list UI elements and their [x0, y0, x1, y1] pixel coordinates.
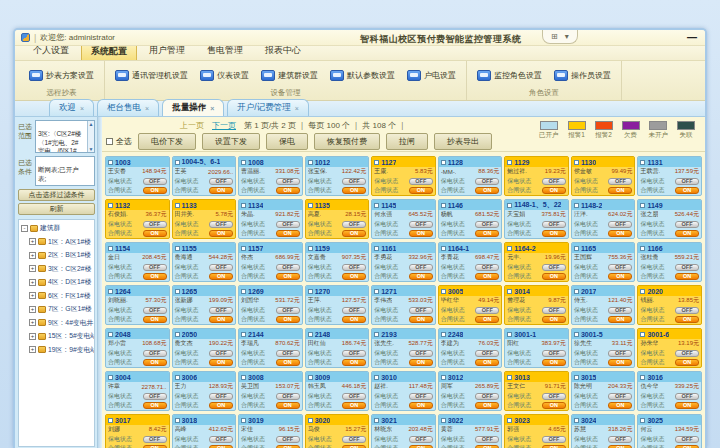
card-checkbox[interactable] [507, 332, 512, 337]
card-checkbox[interactable] [175, 160, 180, 165]
ribbon-button-0-0[interactable]: 抄表方案设置 [23, 67, 100, 84]
card-checkbox[interactable] [241, 160, 246, 165]
card-checkbox[interactable] [308, 289, 313, 294]
card-checkbox[interactable] [108, 289, 113, 294]
meter-card[interactable]: 3013 王文仁 91.71元 保电状态 OFF 合闸状态 ON [504, 371, 569, 411]
expand-icon[interactable]: + [29, 333, 36, 340]
supply-status-toggle[interactable]: OFF [209, 264, 233, 271]
meter-card[interactable]: 3023 郭强 4.65元 保电状态 OFF 合闸状态 ON [504, 414, 569, 448]
card-checkbox[interactable] [441, 160, 446, 165]
supply-status-toggle[interactable]: OFF [276, 264, 300, 271]
breaker-status-toggle[interactable]: ON [608, 230, 632, 237]
meter-card[interactable]: 1128 -MM-. 88.36元 保电状态 OFF 合闸状态 ON [438, 156, 503, 196]
card-checkbox[interactable] [308, 203, 313, 208]
breaker-status-toggle[interactable]: ON [342, 402, 366, 409]
meter-card[interactable]: 1265 张新娜 199.09元 保电状态 OFF 合闸状态 ON [172, 285, 237, 325]
meter-card[interactable]: 3024 苏慧 318.26元 保电状态 OFF 合闸状态 ON [571, 414, 636, 448]
breaker-status-toggle[interactable]: ON [209, 187, 233, 194]
meter-card[interactable]: 3025 何云 134.59元 保电状态 OFF 合闸状态 ON [637, 414, 702, 448]
supply-status-toggle[interactable]: OFF [409, 350, 433, 357]
supply-status-toggle[interactable]: OFF [209, 436, 233, 443]
card-checkbox[interactable] [374, 203, 379, 208]
meter-card[interactable]: 3001-6 孙朱华 13.19元 保电状态 OFF 合闸状态 ON [637, 328, 702, 368]
toolbar-button-4[interactable]: 拉闸 [386, 133, 428, 150]
meter-card[interactable]: 2048 郑小雷 108.68元 保电状态 OFF 合闸状态 ON [105, 328, 170, 368]
breaker-status-toggle[interactable]: ON [675, 359, 699, 366]
scroll-down-icon[interactable]: ▼ [89, 146, 94, 152]
breaker-status-toggle[interactable]: ON [409, 187, 433, 194]
meter-card[interactable]: 1149 张之朋 526.44元 保电状态 OFF 合闸状态 ON [637, 199, 702, 239]
supply-status-toggle[interactable]: OFF [276, 393, 300, 400]
meter-card[interactable]: 1154 金日 208.45元 保电状态 OFF 合闸状态 ON [105, 242, 170, 282]
meter-card[interactable]: 2017 侍玉. 121.40元 保电状态 OFF 合闸状态 ON [571, 285, 636, 325]
supply-status-toggle[interactable]: OFF [209, 221, 233, 228]
ribbon-button-1-2[interactable]: 建筑群设置 [255, 67, 324, 84]
supply-status-toggle[interactable]: OFF [276, 350, 300, 357]
select-all-checkbox[interactable] [106, 138, 113, 145]
ribbon-button-1-1[interactable]: 仪表设置 [194, 67, 255, 84]
card-checkbox[interactable] [374, 246, 379, 251]
expand-icon[interactable]: ⊞ [551, 33, 558, 41]
card-checkbox[interactable] [441, 246, 446, 251]
supply-status-toggle[interactable]: OFF [209, 393, 233, 400]
card-checkbox[interactable] [507, 160, 512, 165]
breaker-status-toggle[interactable]: ON [475, 359, 499, 366]
tab-close-icon[interactable]: × [210, 105, 214, 112]
meter-card[interactable]: 3001-1 阳红 383.97元 保电状态 OFF 合闸状态 ON [504, 328, 569, 368]
tree-item-0[interactable]: + 1区：A区1#楼 [29, 237, 93, 247]
breaker-status-toggle[interactable]: ON [143, 359, 167, 366]
meter-card[interactable]: 3008 吴卫国 153.07元 保电状态 OFF 合闸状态 ON [238, 371, 303, 411]
supply-status-toggle[interactable]: OFF [143, 264, 167, 271]
card-checkbox[interactable] [241, 418, 246, 423]
supply-status-toggle[interactable]: OFF [608, 436, 632, 443]
supply-status-toggle[interactable]: OFF [409, 393, 433, 400]
expand-icon[interactable]: + [29, 265, 36, 272]
breaker-status-toggle[interactable]: ON [143, 402, 167, 409]
expand-icon[interactable]: + [29, 306, 36, 313]
breaker-status-toggle[interactable]: ON [608, 402, 632, 409]
supply-status-toggle[interactable]: OFF [342, 178, 366, 185]
card-checkbox[interactable] [374, 375, 379, 380]
tab-close-icon[interactable]: × [145, 105, 149, 112]
meter-card[interactable]: 1145 何永强 645.52元 保电状态 OFF 合闸状态 ON [371, 199, 436, 239]
breaker-status-toggle[interactable]: ON [143, 316, 167, 323]
supply-status-toggle[interactable]: OFF [143, 393, 167, 400]
card-checkbox[interactable] [640, 332, 645, 337]
meter-card[interactable]: 1270 王萍. 127.57元 保电状态 OFF 合闸状态 ON [305, 285, 370, 325]
minimize-button[interactable]: — [687, 32, 697, 43]
supply-status-toggle[interactable]: OFF [608, 393, 632, 400]
meter-card[interactable]: 3014 曾理花 9.87元 保电状态 OFF 合闸状态 ON [504, 285, 569, 325]
breaker-status-toggle[interactable]: ON [209, 402, 233, 409]
supply-status-toggle[interactable]: OFF [475, 221, 499, 228]
breaker-status-toggle[interactable]: ON [143, 273, 167, 280]
supply-status-toggle[interactable]: OFF [143, 178, 167, 185]
tree-item-4[interactable]: + 6区：F区1#楼（F#... [29, 291, 93, 301]
meter-card[interactable]: 3022 黄蓉 577.91元 保电状态 OFF 合闸状态 ON [438, 414, 503, 448]
supply-status-toggle[interactable]: OFF [608, 264, 632, 271]
meter-card[interactable]: 1159 文嘉贵 907.35元 保电状态 OFF 合闸状态 ON [305, 242, 370, 282]
supply-status-toggle[interactable]: OFF [276, 178, 300, 185]
meter-card[interactable]: 1166 张桂贵 559.21元 保电状态 OFF 合闸状态 ON [637, 242, 702, 282]
meter-card[interactable]: 1155 贵海通 544.28元 保电状态 OFF 合闸状态 ON [172, 242, 237, 282]
supply-status-toggle[interactable]: OFF [143, 350, 167, 357]
expand-icon[interactable]: + [29, 319, 36, 326]
meter-card[interactable]: 1146 杨帆 681.52元 保电状态 OFF 合闸状态 ON [438, 199, 503, 239]
meter-card[interactable]: 2144 李瑞凡 870.62元 保电状态 OFF 合闸状态 ON [238, 328, 303, 368]
breaker-status-toggle[interactable]: ON [409, 316, 433, 323]
breaker-status-toggle[interactable]: ON [342, 273, 366, 280]
supply-status-toggle[interactable]: OFF [409, 436, 433, 443]
breaker-status-toggle[interactable]: ON [342, 230, 366, 237]
meter-card[interactable]: 1165 王国辉 755.36元 保电状态 OFF 合闸状态 ON [571, 242, 636, 282]
meter-card[interactable]: 3009 韩玉凤 446.18元 保电状态 OFF 合闸状态 ON [305, 371, 370, 411]
collapse-icon[interactable]: - [21, 225, 28, 232]
card-checkbox[interactable] [574, 203, 579, 208]
supply-status-toggle[interactable]: OFF [342, 264, 366, 271]
meter-card[interactable]: 1148-1、5、22 天宝娟 375.81元 保电状态 OFF 合闸状态 ON [504, 199, 569, 239]
breaker-status-toggle[interactable]: ON [475, 316, 499, 323]
card-checkbox[interactable] [175, 375, 180, 380]
meter-card[interactable]: 1127 王康. 5.83元 保电状态 OFF 合闸状态 ON [371, 156, 436, 196]
breaker-status-toggle[interactable]: ON [475, 187, 499, 194]
scroll-up-icon[interactable]: ▲ [89, 121, 94, 127]
supply-status-toggle[interactable]: OFF [675, 264, 699, 271]
expand-icon[interactable]: + [29, 252, 36, 259]
